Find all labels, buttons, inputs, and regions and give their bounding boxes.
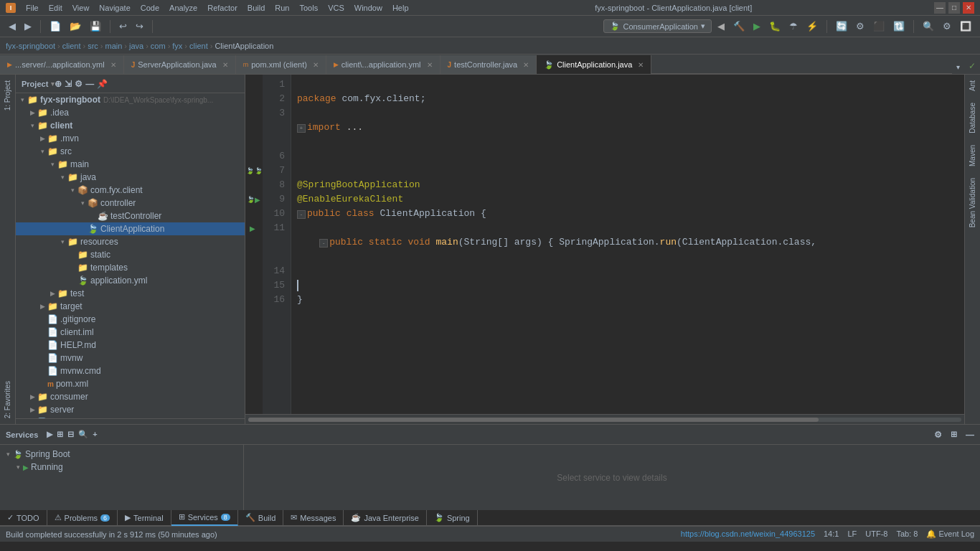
tree-item-main[interactable]: ▾ 📁 main (16, 158, 245, 171)
menu-run[interactable]: Run (270, 2, 293, 14)
sidebar-scrollbar[interactable] (16, 418, 245, 424)
method-fold-icon[interactable]: - (319, 239, 328, 248)
tab-spring[interactable]: 🍃 Spring (427, 510, 478, 526)
sidebar-expand-icon[interactable]: — (85, 79, 94, 89)
menu-file[interactable]: File (22, 2, 43, 14)
tree-item-templates[interactable]: ▶ 📁 templates (16, 261, 245, 274)
debug-button[interactable]: 🐛 (766, 19, 783, 33)
breadcrumb-client[interactable]: client (62, 42, 81, 50)
horizontal-scrollbar[interactable] (245, 414, 964, 424)
breadcrumb-clientapp[interactable]: ClientApplication (215, 42, 273, 50)
services-spring-boot[interactable]: ▾ 🍃 Spring Boot (0, 448, 243, 461)
menu-refactor[interactable]: Refactor (203, 2, 242, 14)
undo-button[interactable]: ↩ (116, 19, 130, 33)
close-button[interactable]: ✕ (963, 2, 974, 14)
build-button[interactable]: 🔨 (730, 19, 748, 33)
menu-edit[interactable]: Edit (44, 2, 67, 14)
services-search-btn[interactable]: 🔍 (78, 430, 88, 439)
save-button[interactable]: 💾 (87, 19, 104, 33)
tree-item-gitignore[interactable]: ▶ 📄 .gitignore (16, 313, 245, 326)
tab-server-app[interactable]: J ServerApplication.java ✕ (124, 55, 236, 74)
services-filter-btn[interactable]: ⊟ (67, 430, 74, 439)
tree-item-client[interactable]: ▾ 📁 client (16, 119, 245, 132)
run-button[interactable]: ▶ (750, 19, 763, 33)
profile-button[interactable]: ⚡ (804, 19, 821, 33)
tab-close-test-controller[interactable]: ✕ (523, 61, 529, 69)
editor-confirm-button[interactable]: ✓ (964, 58, 980, 74)
menu-navigate[interactable]: Navigate (95, 2, 134, 14)
tab-close-server-app[interactable]: ✕ (222, 61, 228, 69)
code-content[interactable]: package com.fyx.client; +import ... @Spr… (291, 75, 964, 414)
breadcrumb-java[interactable]: java (129, 42, 143, 50)
services-add-btn[interactable]: + (93, 430, 97, 439)
tree-item-testcontroller[interactable]: ▶ ☕ testController (16, 209, 245, 222)
menu-tools[interactable]: Tools (295, 2, 322, 14)
services-expand-btn[interactable]: ⊞ (951, 430, 957, 439)
event-log-icon[interactable]: 🔔 Event Log (926, 529, 974, 539)
tab-java-enterprise[interactable]: ☕ Java Enterprise (344, 510, 426, 526)
right-label-maven[interactable]: Maven (967, 139, 978, 172)
open-button[interactable]: 📂 (67, 19, 84, 33)
maximize-button[interactable]: □ (948, 2, 960, 14)
tree-item-mvn[interactable]: ▶ 📁 .mvn (16, 132, 245, 145)
tree-item-consumer[interactable]: ▶ 📁 consumer (16, 390, 245, 403)
services-group-btn[interactable]: ⊞ (57, 430, 63, 439)
services-close-btn[interactable]: — (966, 430, 974, 440)
run-gutter-icon-11[interactable]: ▶ (250, 225, 255, 232)
new-file-button[interactable]: 📄 (47, 19, 64, 33)
sidebar-new-icon[interactable]: ⊕ (55, 79, 62, 89)
sidebar-settings-icon[interactable]: ⚙ (75, 79, 83, 89)
tab-client-app[interactable]: 🍃 ClientApplication.java ✕ (537, 55, 651, 74)
tree-item-root[interactable]: ▾ 📁 fyx-springboot D:\IDEA_WorkSpace\fyx… (16, 93, 245, 106)
update-button[interactable]: 🔄 (833, 19, 850, 33)
tree-item-java[interactable]: ▾ 📁 java (16, 171, 245, 184)
tree-item-static[interactable]: ▶ 📁 static (16, 248, 245, 261)
tree-item-src[interactable]: ▾ 📁 src (16, 145, 245, 158)
search-everywhere-button[interactable]: 🔍 (920, 19, 937, 33)
menu-build[interactable]: Build (243, 2, 269, 14)
tab-close-client-app[interactable]: ✕ (638, 61, 644, 69)
sidebar-item-favorites[interactable]: 2: Favorites (2, 375, 13, 424)
sidebar-collapse-icon[interactable]: ⇲ (65, 79, 72, 89)
tree-item-help-md[interactable]: ▶ 📄 HELP.md (16, 339, 245, 352)
tab-build[interactable]: 🔨 Build (238, 510, 283, 526)
tab-test-controller[interactable]: J testController.java ✕ (440, 55, 537, 74)
tree-item-resources[interactable]: ▾ 📁 resources (16, 235, 245, 248)
tab-client-yml[interactable]: ▶ client\...application.yml ✕ (326, 55, 440, 74)
tab-problems[interactable]: ⚠ Problems 6 (47, 510, 118, 526)
gutter-line-11[interactable]: ▶ (245, 221, 263, 235)
tree-item-package[interactable]: ▾ 📦 com.fyx.client (16, 184, 245, 197)
redo-button[interactable]: ↪ (133, 19, 146, 33)
tab-terminal[interactable]: ▶ Terminal (118, 510, 171, 526)
right-label-database[interactable]: Database (967, 97, 978, 139)
services-settings-btn[interactable]: ⚙ (934, 430, 942, 440)
tree-item-mvnw[interactable]: ▶ 📄 mvnw (16, 352, 245, 364)
code-area[interactable]: 🍃 🍃 🍃 ▶ ▶ 1 2 (245, 75, 964, 414)
tab-close-pom-client[interactable]: ✕ (313, 61, 319, 69)
tree-item-target[interactable]: ▶ 📁 target (16, 300, 245, 313)
minimize-button[interactable]: — (934, 2, 946, 14)
menu-view[interactable]: View (68, 2, 94, 14)
expand-button[interactable]: 🔳 (957, 19, 974, 33)
services-running[interactable]: ▾ ▶ Running (0, 461, 243, 474)
tree-item-client-iml[interactable]: ▶ 📄 client.iml (16, 326, 245, 339)
tab-close-client-yml[interactable]: ✕ (427, 61, 433, 69)
tab-messages[interactable]: ✉ Messages (283, 510, 344, 526)
tree-item-idea[interactable]: ▶ 📁 .idea (16, 106, 245, 119)
scrollbar-thumb[interactable] (248, 418, 819, 422)
status-link[interactable]: https://blog.csdn.net/weixin_44963125 (681, 529, 815, 539)
right-label-ant[interactable]: Ant (967, 75, 978, 97)
tree-item-server[interactable]: ▶ 📁 server (16, 403, 245, 416)
class-fold-icon[interactable]: - (297, 210, 306, 219)
import-fold-icon[interactable]: + (297, 124, 306, 133)
menu-window[interactable]: Window (350, 2, 387, 14)
run-stop-button[interactable]: ⬛ (870, 19, 887, 33)
sidebar-pin-icon[interactable]: 📌 (97, 79, 108, 89)
menu-vcs[interactable]: VCS (324, 2, 349, 14)
menu-analyze[interactable]: Analyze (165, 2, 202, 14)
tab-todo[interactable]: ✓ TODO (0, 510, 47, 526)
forward-button[interactable]: ▶ (22, 19, 34, 33)
coverage-button[interactable]: ☂ (786, 19, 801, 33)
breadcrumb-main[interactable]: main (105, 42, 122, 50)
breadcrumb-src[interactable]: src (88, 42, 98, 50)
